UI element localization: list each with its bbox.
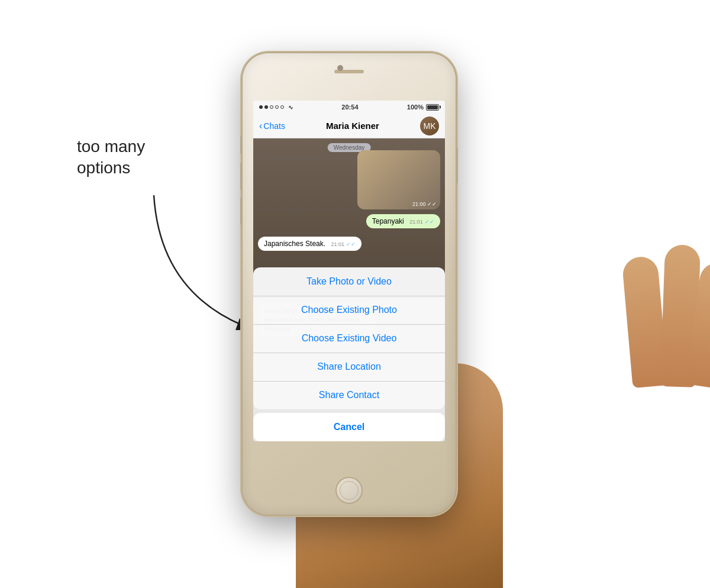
action-sheet-group: Take Photo or Video Choose Existing Phot… (253, 267, 445, 409)
action-share-contact[interactable]: Share Contact (253, 381, 445, 409)
back-label: Chats (263, 121, 285, 131)
signal-dot-4 (275, 105, 279, 109)
chevron-left-icon: ‹ (259, 121, 262, 131)
message-bubble-steak[interactable]: Japanisches Steak. 21:01 ✓✓ (258, 237, 362, 251)
index-finger (622, 256, 669, 388)
status-time: 20:54 (341, 104, 358, 111)
battery-pct-label: 100% (407, 104, 424, 111)
battery-indicator: 100% (407, 104, 439, 111)
photo-thumbnail (357, 150, 440, 209)
read-check-icon: ✓✓ (425, 219, 434, 225)
signal-dot-5 (280, 105, 284, 109)
battery-fill (427, 105, 438, 109)
action-choose-video[interactable]: Choose Existing Video (253, 324, 445, 353)
phone-body: ∿ 20:54 100% ‹ Chats Maria Kiener MK (243, 53, 456, 515)
action-take-photo[interactable]: Take Photo or Video (253, 267, 445, 296)
action-sheet-cancel-group: Cancel (253, 413, 445, 441)
signal-dot-2 (264, 105, 268, 109)
photo-time: 21:00 ✓✓ (412, 201, 437, 207)
status-bar: ∿ 20:54 100% (253, 101, 445, 114)
read-check-icon: ✓✓ (346, 241, 356, 247)
mute-button (240, 136, 243, 154)
msg-text: Tepanyaki (372, 217, 404, 225)
nav-title: Maria Kiener (326, 121, 379, 131)
power-button (456, 148, 458, 183)
battery-bar (426, 104, 439, 111)
signal-dot-3 (270, 105, 273, 109)
phone-device: ∿ 20:54 100% ‹ Chats Maria Kiener MK (219, 35, 485, 550)
msg-time: 21:01 (331, 241, 344, 247)
cancel-button[interactable]: Cancel (253, 413, 445, 441)
middle-finger (660, 244, 701, 387)
home-button[interactable] (335, 477, 363, 504)
action-choose-photo[interactable]: Choose Existing Photo (253, 296, 445, 324)
phone-camera (337, 65, 343, 71)
signal-indicator: ∿ (259, 104, 293, 111)
avatar[interactable]: MK (420, 117, 439, 135)
photo-message-bubble[interactable]: 21:00 ✓✓ (357, 150, 440, 209)
message-bubble-tepanyaki[interactable]: Tepanyaki 21:01 ✓✓ (366, 214, 440, 228)
volume-down-button (240, 198, 243, 225)
phone-screen: ∿ 20:54 100% ‹ Chats Maria Kiener MK (253, 101, 445, 441)
back-button[interactable]: ‹ Chats (259, 121, 285, 131)
volume-up-button (240, 163, 243, 190)
nav-bar: ‹ Chats Maria Kiener MK (253, 114, 445, 138)
ring-finger (685, 261, 710, 389)
action-share-location[interactable]: Share Location (253, 353, 445, 381)
action-sheet: Take Photo or Video Choose Existing Phot… (253, 267, 445, 441)
msg-text: Japanisches Steak. (264, 240, 325, 248)
signal-dot-1 (259, 105, 263, 109)
annotation-label: too many options (77, 136, 145, 179)
msg-time: 21:01 (409, 219, 423, 225)
wifi-icon: ∿ (288, 104, 293, 111)
